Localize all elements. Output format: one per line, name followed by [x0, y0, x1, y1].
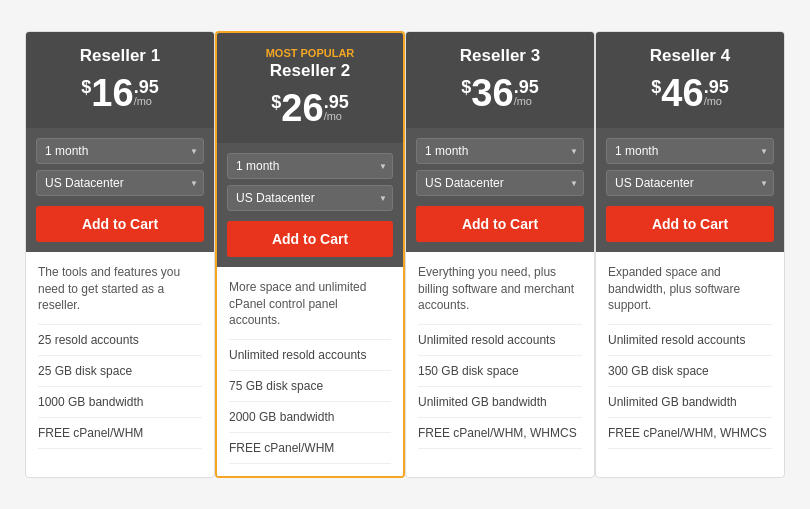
- plan-features-reseller4: Expanded space and bandwidth, plus softw…: [596, 252, 784, 461]
- period-select-wrapper-reseller1: 1 month3 months6 months12 months: [36, 138, 204, 164]
- add-to-cart-button-reseller1[interactable]: Add to Cart: [36, 206, 204, 242]
- price-dollar-reseller3: $: [461, 78, 471, 96]
- feature-item: FREE cPanel/WHM: [229, 432, 391, 464]
- plan-header-reseller2: Most Popular Reseller 2 $ 26 .95 /mo: [217, 33, 403, 143]
- plan-controls-reseller4: 1 month3 months6 months12 months US Data…: [596, 128, 784, 252]
- feature-item: 150 GB disk space: [418, 355, 582, 386]
- plan-header-reseller4: Reseller 4 $ 46 .95 /mo: [596, 32, 784, 128]
- plan-price-reseller2: $ 26 .95 /mo: [229, 89, 391, 127]
- plan-description-reseller1: The tools and features you need to get s…: [38, 264, 202, 314]
- feature-item: Unlimited resold accounts: [229, 339, 391, 370]
- plan-card-reseller2: Most Popular Reseller 2 $ 26 .95 /mo 1 m…: [215, 31, 405, 478]
- plan-card-reseller4: Reseller 4 $ 46 .95 /mo 1 month3 months6…: [595, 31, 785, 478]
- datacenter-select-reseller3[interactable]: US DatacenterEU Datacenter: [416, 170, 584, 196]
- period-select-wrapper-reseller3: 1 month3 months6 months12 months: [416, 138, 584, 164]
- feature-item: FREE cPanel/WHM: [38, 417, 202, 449]
- price-dollar-reseller2: $: [271, 93, 281, 111]
- feature-item: Unlimited resold accounts: [418, 324, 582, 355]
- plan-header-reseller1: Reseller 1 $ 16 .95 /mo: [26, 32, 214, 128]
- datacenter-select-wrapper-reseller4: US DatacenterEU Datacenter: [606, 170, 774, 196]
- datacenter-select-wrapper-reseller3: US DatacenterEU Datacenter: [416, 170, 584, 196]
- feature-item: Unlimited resold accounts: [608, 324, 772, 355]
- price-whole-reseller1: 16: [91, 74, 133, 112]
- plan-price-reseller1: $ 16 .95 /mo: [38, 74, 202, 112]
- add-to-cart-button-reseller2[interactable]: Add to Cart: [227, 221, 393, 257]
- plan-price-reseller3: $ 36 .95 /mo: [418, 74, 582, 112]
- plan-header-reseller3: Reseller 3 $ 36 .95 /mo: [406, 32, 594, 128]
- period-select-reseller4[interactable]: 1 month3 months6 months12 months: [606, 138, 774, 164]
- datacenter-select-reseller1[interactable]: US DatacenterEU Datacenter: [36, 170, 204, 196]
- feature-item: 25 resold accounts: [38, 324, 202, 355]
- plan-features-reseller2: More space and unlimited cPanel control …: [217, 267, 403, 476]
- price-whole-reseller2: 26: [281, 89, 323, 127]
- price-whole-reseller4: 46: [661, 74, 703, 112]
- plan-controls-reseller2: 1 month3 months6 months12 months US Data…: [217, 143, 403, 267]
- feature-item: Unlimited GB bandwidth: [418, 386, 582, 417]
- datacenter-select-wrapper-reseller2: US DatacenterEU Datacenter: [227, 185, 393, 211]
- feature-item: 300 GB disk space: [608, 355, 772, 386]
- price-mo-reseller3: /mo: [514, 96, 532, 107]
- most-popular-label: Most Popular: [229, 47, 391, 59]
- period-select-reseller2[interactable]: 1 month3 months6 months12 months: [227, 153, 393, 179]
- feature-item: 1000 GB bandwidth: [38, 386, 202, 417]
- price-whole-reseller3: 36: [471, 74, 513, 112]
- plan-features-reseller1: The tools and features you need to get s…: [26, 252, 214, 461]
- price-dollar-reseller4: $: [651, 78, 661, 96]
- pricing-container: Reseller 1 $ 16 .95 /mo 1 month3 months6…: [0, 11, 810, 498]
- plan-controls-reseller1: 1 month3 months6 months12 months US Data…: [26, 128, 214, 252]
- price-cents-reseller3: .95: [514, 78, 539, 96]
- price-mo-reseller2: /mo: [324, 111, 342, 122]
- plan-name-reseller4: Reseller 4: [608, 46, 772, 66]
- datacenter-select-wrapper-reseller1: US DatacenterEU Datacenter: [36, 170, 204, 196]
- price-mo-reseller4: /mo: [704, 96, 722, 107]
- plan-name-reseller2: Reseller 2: [229, 61, 391, 81]
- plan-description-reseller2: More space and unlimited cPanel control …: [229, 279, 391, 329]
- price-cents-reseller2: .95: [324, 93, 349, 111]
- add-to-cart-button-reseller3[interactable]: Add to Cart: [416, 206, 584, 242]
- feature-item: 25 GB disk space: [38, 355, 202, 386]
- period-select-reseller3[interactable]: 1 month3 months6 months12 months: [416, 138, 584, 164]
- period-select-wrapper-reseller4: 1 month3 months6 months12 months: [606, 138, 774, 164]
- feature-item: 2000 GB bandwidth: [229, 401, 391, 432]
- datacenter-select-reseller2[interactable]: US DatacenterEU Datacenter: [227, 185, 393, 211]
- plan-name-reseller3: Reseller 3: [418, 46, 582, 66]
- price-cents-reseller1: .95: [134, 78, 159, 96]
- price-cents-reseller4: .95: [704, 78, 729, 96]
- price-cents-mo-reseller3: .95 /mo: [514, 78, 539, 107]
- add-to-cart-button-reseller4[interactable]: Add to Cart: [606, 206, 774, 242]
- datacenter-select-reseller4[interactable]: US DatacenterEU Datacenter: [606, 170, 774, 196]
- plan-price-reseller4: $ 46 .95 /mo: [608, 74, 772, 112]
- period-select-reseller1[interactable]: 1 month3 months6 months12 months: [36, 138, 204, 164]
- feature-item: FREE cPanel/WHM, WHMCS: [418, 417, 582, 449]
- price-cents-mo-reseller1: .95 /mo: [134, 78, 159, 107]
- feature-item: Unlimited GB bandwidth: [608, 386, 772, 417]
- price-cents-mo-reseller2: .95 /mo: [324, 93, 349, 122]
- plan-card-reseller1: Reseller 1 $ 16 .95 /mo 1 month3 months6…: [25, 31, 215, 478]
- plan-description-reseller3: Everything you need, plus billing softwa…: [418, 264, 582, 314]
- price-dollar-reseller1: $: [81, 78, 91, 96]
- plan-controls-reseller3: 1 month3 months6 months12 months US Data…: [406, 128, 594, 252]
- plan-description-reseller4: Expanded space and bandwidth, plus softw…: [608, 264, 772, 314]
- plan-name-reseller1: Reseller 1: [38, 46, 202, 66]
- period-select-wrapper-reseller2: 1 month3 months6 months12 months: [227, 153, 393, 179]
- price-mo-reseller1: /mo: [134, 96, 152, 107]
- price-cents-mo-reseller4: .95 /mo: [704, 78, 729, 107]
- plan-card-reseller3: Reseller 3 $ 36 .95 /mo 1 month3 months6…: [405, 31, 595, 478]
- feature-item: 75 GB disk space: [229, 370, 391, 401]
- feature-item: FREE cPanel/WHM, WHMCS: [608, 417, 772, 449]
- plan-features-reseller3: Everything you need, plus billing softwa…: [406, 252, 594, 461]
